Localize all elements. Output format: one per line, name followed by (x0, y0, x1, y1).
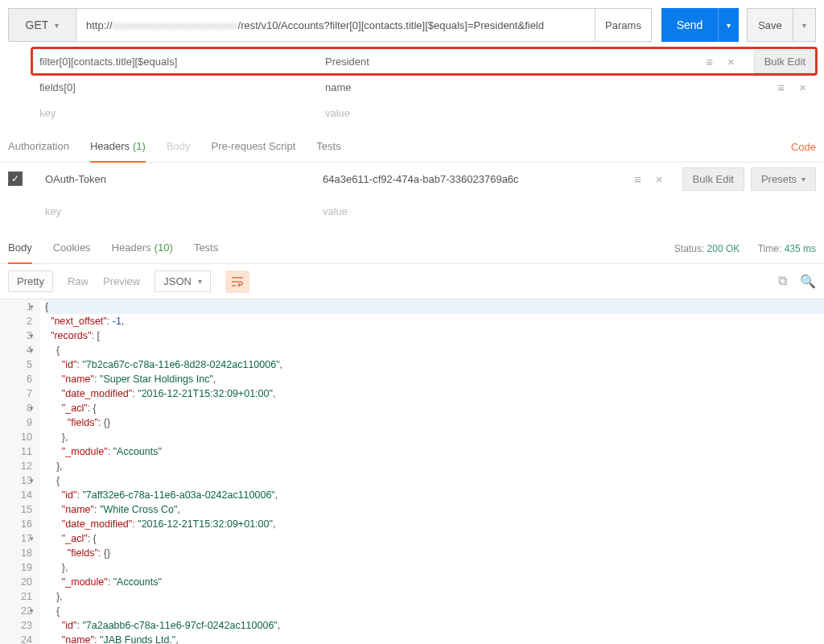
tab-tests[interactable]: Tests (316, 132, 340, 163)
save-button[interactable]: Save (747, 8, 793, 42)
request-tabs: Authorization Headers (1) Body Pre-reque… (0, 132, 824, 163)
body-toolbar: Pretty Raw Preview JSON ▾ ⧉ 🔍 (0, 264, 824, 299)
wrap-icon (231, 276, 244, 287)
presets-button[interactable]: Presets ▾ (751, 167, 816, 191)
send-button[interactable]: Send (661, 8, 718, 42)
status-value: 200 OK (707, 243, 740, 254)
time-value: 435 ms (785, 243, 816, 254)
view-preview[interactable]: Preview (103, 275, 140, 287)
header-buttons: Bulk Edit Presets ▾ (682, 167, 816, 191)
header-enabled-checkbox[interactable]: ✓ (8, 171, 23, 186)
url-prefix: http:// (86, 19, 113, 31)
format-label: JSON (163, 275, 192, 287)
param-key-input[interactable]: fields[0] (32, 76, 318, 98)
close-icon[interactable]: × (727, 55, 735, 68)
url-input[interactable]: http:// xxxxxxxxxxxxxxxxxxxxxxxx /rest/v… (76, 8, 595, 42)
chevron-down-icon: ▾ (727, 21, 731, 30)
headers-table: ✓ OAuth-Token 64a3e611-cf92-474a-bab7-33… (0, 163, 824, 227)
wrap-toggle[interactable] (225, 270, 249, 293)
tab-response-headers[interactable]: Headers (10) (112, 233, 173, 264)
format-dropdown[interactable]: JSON ▾ (154, 270, 211, 292)
request-bar: GET ▾ http:// xxxxxxxxxxxxxxxxxxxxxxxx /… (0, 0, 824, 42)
param-row: filter[0][contacts.title][$equals] Presi… (32, 48, 816, 74)
tab-count: (10) (154, 242, 173, 254)
tab-label: Headers (90, 140, 130, 152)
view-raw[interactable]: Raw (68, 275, 89, 287)
status-label: Status: (674, 243, 704, 254)
search-icon[interactable]: 🔍 (800, 274, 816, 289)
tab-headers[interactable]: Headers (1) (90, 132, 146, 163)
param-value-input[interactable]: President (318, 51, 583, 72)
code-link[interactable]: Code (791, 141, 816, 153)
chevron-down-icon: ▾ (55, 21, 59, 30)
param-row-actions: ≡ × (706, 55, 744, 68)
param-value-input[interactable]: value (318, 102, 583, 124)
close-icon[interactable]: × (799, 80, 806, 94)
params-button[interactable]: Params (595, 8, 652, 42)
chevron-down-icon: ▾ (802, 21, 806, 30)
tab-response-cookies[interactable]: Cookies (53, 233, 91, 264)
http-method-dropdown[interactable]: GET ▾ (8, 8, 76, 42)
tab-body[interactable]: Body (167, 132, 191, 163)
param-key-input[interactable]: key (32, 102, 318, 124)
code-gutter: 1234567891011121314151617181920212223242… (0, 299, 40, 644)
send-dropdown[interactable]: ▾ (718, 8, 739, 42)
save-dropdown[interactable]: ▾ (793, 8, 816, 42)
drag-icon[interactable]: ≡ (706, 55, 713, 68)
header-row: ✓ OAuth-Token 64a3e611-cf92-474a-bab7-33… (0, 163, 824, 195)
tab-response-tests[interactable]: Tests (194, 233, 218, 264)
bulk-edit-button[interactable]: Bulk Edit (754, 50, 816, 73)
tab-prerequest[interactable]: Pre-request Script (212, 132, 296, 163)
param-row-new: key value (32, 100, 816, 126)
time-label: Time: (758, 243, 782, 254)
response-status: Status: 200 OK Time: 435 ms (674, 243, 816, 254)
header-row-new: key value (0, 195, 824, 227)
tab-authorization[interactable]: Authorization (8, 132, 69, 163)
drag-icon[interactable]: ≡ (634, 172, 641, 186)
url-path: /rest/v10/Accounts?filter[0][contacts.ti… (238, 19, 544, 31)
response-tabs: Body Cookies Headers (10) Tests Status: … (0, 233, 824, 264)
response-body-code[interactable]: 1234567891011121314151617181920212223242… (0, 299, 824, 644)
code-lines: { "next_offset": -1, "records": [ { "id"… (40, 299, 824, 644)
tab-label: Headers (112, 242, 151, 254)
view-pretty[interactable]: Pretty (8, 270, 53, 292)
bulk-edit-button[interactable]: Bulk Edit (682, 167, 744, 191)
header-value-input[interactable]: value (316, 201, 590, 221)
body-toolbar-right: ⧉ 🔍 (778, 274, 816, 289)
param-row-actions: ≡ × (777, 80, 816, 94)
tab-response-body[interactable]: Body (8, 233, 32, 264)
param-row: fields[0] name ≡ × (32, 74, 816, 100)
close-icon[interactable]: × (656, 172, 663, 186)
drag-icon[interactable]: ≡ (777, 80, 785, 94)
header-row-actions: ≡ × (634, 172, 673, 186)
header-key-input[interactable]: OAuth-Token (39, 169, 316, 189)
param-value-input[interactable]: name (318, 76, 583, 98)
copy-icon[interactable]: ⧉ (778, 274, 787, 289)
presets-label: Presets (761, 173, 797, 185)
params-table: filter[0][contacts.title][$equals] Presi… (0, 42, 824, 132)
http-method-label: GET (26, 19, 49, 31)
url-host-blurred: xxxxxxxxxxxxxxxxxxxxxxxx (113, 19, 238, 31)
chevron-down-icon: ▾ (198, 277, 202, 286)
header-key-input[interactable]: key (39, 201, 316, 221)
chevron-down-icon: ▾ (801, 175, 805, 184)
header-value-input[interactable]: 64a3e611-cf92-474a-bab7-336023769a6c (316, 169, 590, 189)
tab-count: (1) (133, 140, 146, 152)
param-key-input[interactable]: filter[0][contacts.title][$equals] (32, 51, 318, 72)
